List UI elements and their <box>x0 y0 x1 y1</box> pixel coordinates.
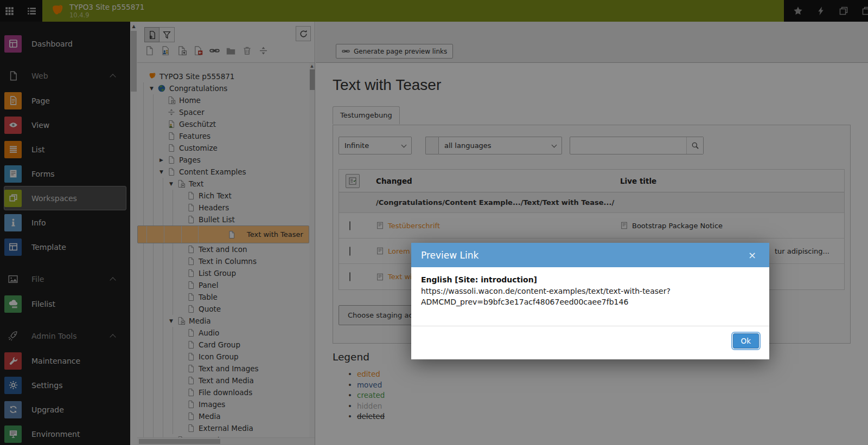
modal-body: English [Site: introduction] https://was… <box>411 267 769 326</box>
modal-title: Preview Link <box>421 250 745 261</box>
ok-button[interactable]: Ok <box>733 333 759 349</box>
modal-footer: Ok <box>411 326 769 359</box>
modal-header: Preview Link × <box>411 243 769 267</box>
modal-backdrop[interactable] <box>0 0 868 445</box>
preview-language-heading: English [Site: introduction] <box>421 275 760 284</box>
preview-url: https://wassoli.wacon.de/content-example… <box>421 286 760 308</box>
close-icon[interactable]: × <box>745 250 760 261</box>
preview-link-modal: Preview Link × English [Site: introducti… <box>411 243 769 359</box>
typo3-backend-window: TYPO3 Site p555871 10.4.9 Dashboard Web … <box>0 0 868 445</box>
